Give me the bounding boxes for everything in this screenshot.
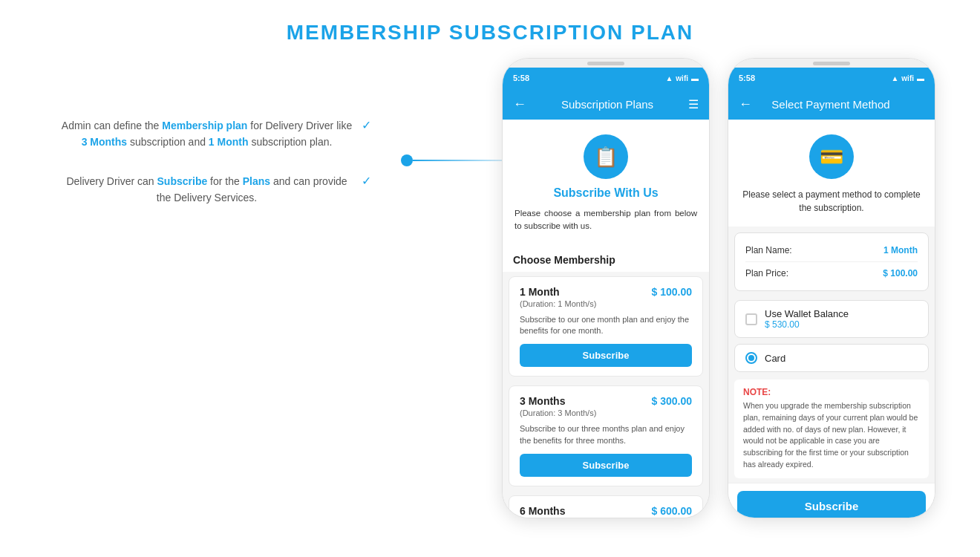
note-text: When you upgrade the membership subscrip…	[743, 400, 920, 471]
plan-price-3: $ 600.00	[652, 505, 693, 517]
timeline-dot	[401, 154, 413, 166]
wifi-icon-2: wifi	[901, 74, 914, 82]
plan-duration-1: (Duration: 1 Month/s)	[520, 299, 692, 308]
plan-price-label: Plan Price:	[745, 268, 788, 278]
wallet-label: Use Wallet Balance	[765, 308, 849, 319]
phone-footer: Subscribe	[728, 483, 935, 518]
plan-card-1-header: 1 Month $ 100.00	[520, 286, 692, 298]
signal-icon-1: ▲	[665, 74, 673, 82]
wifi-icon-1: wifi	[676, 74, 688, 82]
card-label: Card	[765, 353, 785, 364]
plan-name-label: Plan Name:	[745, 245, 792, 255]
sub-header-title: Subscribe With Us	[553, 186, 658, 200]
payment-desc: Please select a payment method to comple…	[740, 188, 923, 215]
wallet-amount: $ 530.00	[765, 319, 849, 330]
phone-top-bar-1	[503, 59, 709, 68]
plan-card-2-header: 3 Months $ 300.00	[520, 395, 692, 407]
plan-card-2: 3 Months $ 300.00 (Duration: 3 Month/s) …	[509, 385, 703, 486]
subscription-icon: 📋	[594, 146, 618, 169]
status-time-1: 5:58	[513, 74, 529, 82]
phone-payment-method: 5:58 ▲ wifi ▬ ← Select Payment Method 💳	[728, 58, 935, 518]
status-bar-2: 5:58 ▲ wifi ▬	[728, 68, 935, 88]
nav-title-2: Select Payment Method	[771, 98, 889, 111]
plan-card-3: 6 Months $ 600.00 (Duration: 6 Month/s) …	[509, 495, 703, 518]
sub-header: 📋 Subscribe With Us Please choose a memb…	[503, 120, 709, 245]
phone-body-2: 💳 Please select a payment method to comp…	[728, 120, 935, 518]
subscribe-button-2[interactable]: Subscribe	[520, 454, 692, 477]
back-button-2[interactable]: ←	[739, 97, 752, 112]
sub-icon-circle: 📋	[584, 134, 628, 179]
payment-header: 💳 Please select a payment method to comp…	[728, 120, 935, 227]
plan-desc-2: Subscribe to our three months plan and e…	[520, 423, 692, 446]
left-text-2: Delivery Driver can Subscribe for the Pl…	[59, 173, 354, 206]
wallet-option-text: Use Wallet Balance $ 530.00	[765, 308, 849, 330]
left-text-block-1: Admin can define the Membership plan for…	[59, 117, 371, 151]
check-icon-2: ✓	[362, 174, 371, 188]
card-radio[interactable]	[745, 352, 757, 364]
battery-icon-2: ▬	[917, 74, 924, 82]
note-section: NOTE: When you upgrade the membership su…	[734, 380, 929, 478]
choose-membership-label: Choose Membership	[503, 245, 709, 272]
plan-card-1: 1 Month $ 100.00 (Duration: 1 Month/s) S…	[509, 276, 703, 377]
wallet-checkbox[interactable]	[745, 313, 757, 325]
left-section: Admin can define the Membership plan for…	[45, 58, 401, 206]
timeline-connector	[401, 58, 502, 166]
footer-subscribe-button[interactable]: Subscribe	[737, 491, 926, 518]
payment-icon: 💳	[820, 146, 843, 169]
nav-bar-1: ← Subscription Plans ☰	[503, 88, 709, 120]
nav-bar-2: ← Select Payment Method	[728, 88, 935, 120]
phone-speaker-1	[587, 62, 624, 65]
status-bar-1: 5:58 ▲ wifi ▬	[503, 68, 709, 88]
plan-name-2: 3 Months	[520, 395, 565, 407]
left-text-block-2: Delivery Driver can Subscribe for the Pl…	[59, 173, 371, 206]
phones-section: 5:58 ▲ wifi ▬ ← Subscription Plans ☰ 📋	[502, 58, 935, 518]
plan-name-value: 1 Month	[883, 245, 918, 255]
plan-price-1: $ 100.00	[652, 286, 693, 298]
card-option[interactable]: Card	[734, 344, 929, 372]
status-time-2: 5:58	[739, 74, 755, 82]
wallet-option[interactable]: Use Wallet Balance $ 530.00	[734, 300, 929, 338]
plan-duration-2: (Duration: 3 Month/s)	[520, 408, 692, 417]
phone-top-bar-2	[728, 59, 935, 68]
battery-icon-1: ▬	[691, 74, 699, 82]
page-title: MEMBERSHIP SUBSCRIPTION PLAN	[287, 21, 694, 45]
status-icons-1: ▲ wifi ▬	[665, 74, 699, 82]
plan-price-2: $ 300.00	[652, 395, 693, 407]
signal-icon-2: ▲	[891, 74, 898, 82]
payment-icon-circle: 💳	[809, 134, 854, 179]
plan-name-1: 1 Month	[520, 286, 560, 298]
check-icon-1: ✓	[362, 118, 371, 132]
phone-body-1: 📋 Subscribe With Us Please choose a memb…	[503, 120, 709, 518]
plan-info-box: Plan Name: 1 Month Plan Price: $ 100.00	[734, 232, 929, 291]
sub-header-desc: Please choose a membership plan from bel…	[514, 207, 697, 233]
status-icons-2: ▲ wifi ▬	[891, 74, 924, 82]
plan-card-3-header: 6 Months $ 600.00	[520, 505, 692, 517]
nav-title-1: Subscription Plans	[561, 98, 653, 111]
menu-icon-1[interactable]: ☰	[688, 97, 699, 111]
plan-price-value: $ 100.00	[883, 268, 918, 278]
plan-info-row-price: Plan Price: $ 100.00	[745, 261, 918, 281]
phone-speaker-2	[813, 62, 850, 65]
plan-info-row-name: Plan Name: 1 Month	[745, 242, 918, 258]
plan-name-3: 6 Months	[520, 505, 565, 517]
phone-subscription-plans: 5:58 ▲ wifi ▬ ← Subscription Plans ☰ 📋	[502, 58, 710, 518]
back-button-1[interactable]: ←	[513, 97, 526, 112]
subscribe-button-1[interactable]: Subscribe	[520, 344, 692, 367]
note-label: NOTE:	[743, 387, 920, 397]
left-text-1: Admin can define the Membership plan for…	[59, 117, 354, 151]
timeline-line	[413, 160, 502, 161]
plan-desc-1: Subscribe to our one month plan and enjo…	[520, 314, 692, 337]
